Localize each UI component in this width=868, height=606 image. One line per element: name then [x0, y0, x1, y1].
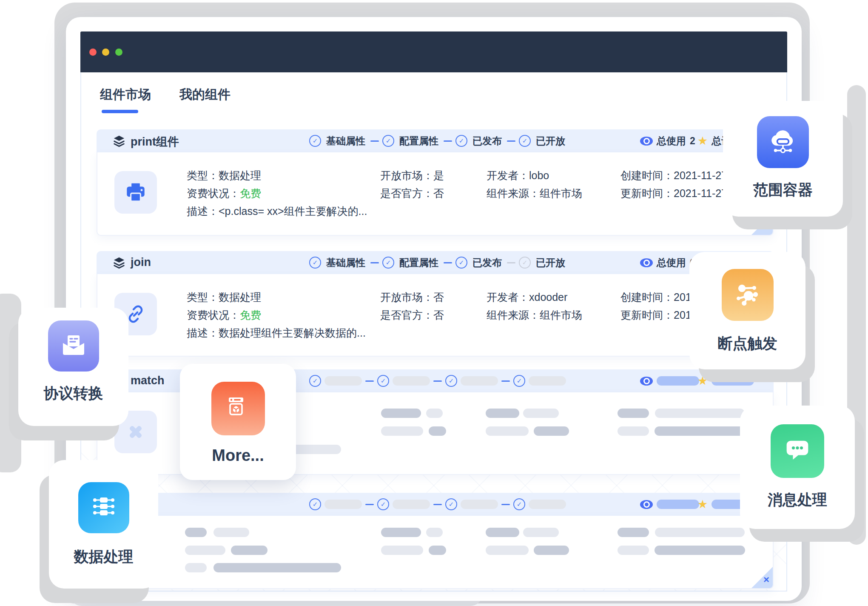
store-icon	[211, 382, 265, 435]
usage-count: 总使用 2	[640, 129, 695, 152]
tab-component-market[interactable]: 组件市场	[100, 86, 151, 103]
floating-card-label: 协议转换	[44, 383, 103, 403]
skeleton-pill	[655, 546, 745, 555]
skeleton-pill	[185, 563, 207, 572]
corner-fold	[751, 214, 773, 235]
eye-icon	[640, 500, 653, 509]
skeleton-pill	[523, 528, 559, 537]
skeleton-pill	[324, 500, 362, 509]
floating-card-label: 数据处理	[74, 547, 134, 567]
updated-label: 更新时间：	[620, 309, 674, 321]
skeleton-pill	[657, 500, 699, 509]
skeleton-pill	[213, 528, 249, 537]
floating-card-more[interactable]: More...	[180, 364, 296, 480]
check-icon	[513, 375, 525, 387]
official-label: 是否官方：	[380, 187, 433, 199]
component-name: print组件	[131, 134, 179, 149]
skeleton-pill	[429, 546, 446, 555]
skeleton-pill	[486, 409, 519, 418]
status-steps-skeleton	[309, 369, 566, 392]
step-label: 已开放	[536, 256, 565, 269]
desc-value: <p.class= xx>组件主要解决的...	[219, 205, 367, 217]
row-body: ×	[97, 516, 774, 589]
skeleton-pill	[231, 546, 268, 555]
step-dash	[365, 504, 374, 505]
open-market-label: 开放市场：	[380, 291, 433, 303]
open-market-value: 否	[433, 291, 444, 303]
floating-card-protocol-convert[interactable]: 协议转换	[18, 308, 128, 426]
usage-count-skeleton	[640, 369, 699, 392]
close-traffic-light[interactable]	[89, 49, 97, 56]
tab-my-components[interactable]: 我的组件	[179, 86, 231, 103]
component-row-print[interactable]: print组件 基础属性 配置属性 已发布 已开放 总使用 2 ★ 总评	[97, 129, 774, 236]
step-label: 已发布	[472, 256, 502, 269]
close-icon[interactable]: ×	[763, 574, 769, 586]
inbox-document-icon	[48, 320, 99, 372]
updated-label: 更新时间：	[620, 187, 674, 199]
check-icon	[309, 375, 321, 387]
desc-label: 描述：	[187, 205, 219, 217]
maximize-traffic-light[interactable]	[115, 49, 122, 56]
check-icon	[519, 135, 531, 147]
official-value: 否	[433, 309, 444, 321]
official-label: 是否官方：	[380, 309, 433, 321]
component-row-skeleton[interactable]: ★	[97, 493, 774, 589]
usage-label: 总使用	[657, 256, 686, 269]
floating-card-label: 断点触发	[718, 334, 777, 354]
open-market-label: 开放市场：	[380, 169, 433, 181]
component-name: match	[131, 374, 165, 387]
status-steps: 基础属性 配置属性 已发布 已开放	[309, 251, 567, 274]
source-value: 组件市场	[540, 309, 582, 321]
created-label: 创建时间：	[620, 291, 674, 303]
floating-card-scope-container[interactable]: 范围容器	[723, 101, 843, 217]
floating-card-message-process[interactable]: 消息处理	[740, 406, 855, 529]
skeleton-pill	[655, 528, 745, 537]
check-icon	[309, 498, 321, 510]
skeleton-pill	[381, 409, 421, 418]
skeleton-pill	[618, 528, 649, 537]
skeleton-pill	[393, 500, 430, 509]
skeleton-pill	[523, 409, 559, 418]
minimize-traffic-light[interactable]	[102, 49, 109, 56]
fee-label: 资费状况：	[187, 187, 240, 199]
active-tab-underline	[102, 110, 138, 113]
skeleton-pill	[381, 546, 423, 555]
step-dash	[370, 262, 379, 263]
developer-value: lobo	[529, 169, 549, 181]
usage-value: 2	[690, 135, 695, 147]
check-icon	[513, 498, 525, 510]
usage-label: 总使用	[657, 134, 686, 148]
usage-count-skeleton	[640, 493, 699, 516]
window-titlebar	[80, 31, 787, 72]
step-label: 基础属性	[326, 134, 365, 148]
desc-value: 数据处理组件主要解决数据的...	[219, 327, 366, 339]
row-header: join 基础属性 配置属性 已发布 已开放 总使用 6 ★ 总评	[97, 251, 774, 274]
floating-card-breakpoint-trigger[interactable]: 断点触发	[689, 252, 805, 369]
step-label: 已开放	[536, 134, 565, 148]
check-icon	[382, 257, 394, 269]
source-label: 组件来源：	[487, 309, 540, 321]
developer-label: 开发者：	[487, 291, 529, 303]
step-dash	[444, 140, 452, 142]
window-content: 组件市场 我的组件 print组件 基础属性 配置属性 已发布 已开放	[80, 72, 787, 592]
desc-label: 描述：	[187, 327, 219, 339]
step-label: 基础属性	[326, 256, 365, 269]
row-body: 类型：数据处理 资费状况：免费 描述：数据处理组件主要解决数据的... 开放市场…	[97, 274, 774, 357]
skeleton-pill	[486, 546, 529, 555]
close-icon[interactable]: ×	[763, 220, 769, 232]
skeleton-pill	[529, 376, 566, 386]
check-icon	[455, 257, 467, 269]
skeleton-pill	[711, 376, 754, 386]
skeleton-pill	[324, 376, 362, 386]
floating-card-label: 范围容器	[753, 180, 813, 200]
step-dash	[365, 380, 374, 382]
fee-value: 免费	[240, 187, 261, 199]
skeleton-pill	[618, 546, 649, 555]
star-icon: ★	[697, 135, 708, 147]
component-row-join[interactable]: join 基础属性 配置属性 已发布 已开放 总使用 6 ★ 总评	[97, 251, 774, 357]
floating-card-data-process[interactable]: 数据处理	[49, 460, 158, 589]
component-name: join	[131, 256, 151, 269]
molecule-icon	[722, 269, 774, 321]
open-market-value: 是	[433, 169, 444, 181]
source-label: 组件来源：	[487, 187, 540, 199]
